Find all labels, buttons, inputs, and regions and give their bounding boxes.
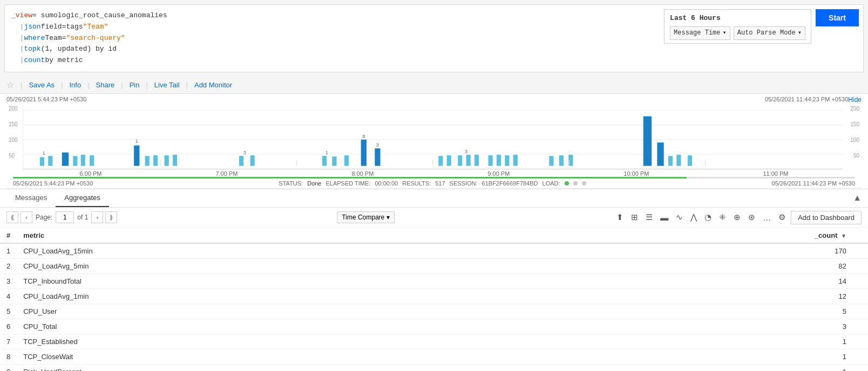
chart-bottom-right-time: 05/26/2021 11:44:23 PM +0530 <box>772 180 855 187</box>
chevron-down-icon3: ▾ <box>386 214 390 221</box>
table-body: 1 CPU_LoadAvg_15min 170 2 CPU_LoadAvg_5m… <box>0 243 868 371</box>
cell-metric: TCP_InboundTotal <box>17 273 509 288</box>
info-button[interactable]: Info <box>66 80 84 90</box>
prev-page-button[interactable]: ‹ <box>21 211 32 223</box>
settings-button[interactable]: ⚙ <box>776 211 788 223</box>
last-page-button[interactable]: ⟫ <box>105 211 117 223</box>
query-indent2: | <box>11 33 24 44</box>
svg-rect-7 <box>62 153 69 166</box>
collapse-icon[interactable]: ▲ <box>853 193 862 203</box>
pagination: ⟪ ‹ Page: of 1 › ⟫ <box>6 211 117 223</box>
cell-count: 170 <box>509 243 868 259</box>
first-page-button[interactable]: ⟪ <box>6 211 18 223</box>
message-time-select[interactable]: Message Time ▾ <box>670 26 730 40</box>
table-row[interactable]: 3 TCP_InboundTotal 14 <box>0 273 868 288</box>
chevron-down-icon: ▾ <box>723 28 727 38</box>
next-page-button[interactable]: › <box>91 211 103 223</box>
tab-messages[interactable]: Messages <box>6 189 56 207</box>
export-button[interactable]: ⬆ <box>614 211 626 223</box>
cell-count: 12 <box>509 288 868 304</box>
svg-rect-41 <box>643 116 652 166</box>
load-dot-green <box>565 181 569 186</box>
columns-button[interactable]: ☰ <box>643 211 655 223</box>
svg-text:1: 1 <box>135 138 138 144</box>
query-editor[interactable]: _view = sumologic_root_cause_anomalies |… <box>4 4 864 72</box>
svg-rect-39 <box>559 155 564 166</box>
table-row[interactable]: 8 TCP_CloseWait 1 <box>0 349 868 364</box>
table-view-button[interactable]: ⊞ <box>629 211 640 223</box>
query-keyword-where: where <box>24 33 45 44</box>
start-button[interactable]: Start <box>816 9 859 26</box>
svg-rect-28 <box>438 156 443 166</box>
table-row[interactable]: 7 TCP_Established 1 <box>0 334 868 349</box>
map-button[interactable]: ⊕ <box>731 211 743 223</box>
parse-mode-select[interactable]: Auto Parse Mode ▾ <box>734 26 805 40</box>
svg-rect-15 <box>165 155 169 166</box>
favorite-star-icon[interactable]: ☆ <box>6 80 14 90</box>
scatter-button[interactable]: ⁜ <box>717 211 728 223</box>
line-chart-button[interactable]: ∿ <box>674 211 685 223</box>
col-header-count[interactable]: _count ▼ <box>509 228 868 243</box>
chart-y-axis-left: 200 150 100 50 <box>6 105 23 169</box>
table-row[interactable]: 9 Disk_UsedPercent 1 <box>0 364 868 371</box>
chart-canvas[interactable]: 200 150 100 50 200 150 100 50 <box>6 105 862 169</box>
svg-rect-26 <box>375 148 380 166</box>
svg-text:3: 3 <box>465 148 467 154</box>
bar-chart-button[interactable]: ▬ <box>658 212 670 223</box>
tabs-right: ▲ <box>853 193 862 203</box>
svg-rect-32 <box>474 155 479 166</box>
table-row[interactable]: 1 CPU_LoadAvg_15min 170 <box>0 243 868 259</box>
svg-rect-5 <box>48 156 52 166</box>
svg-text:1: 1 <box>326 149 328 155</box>
hide-button[interactable]: Hide <box>848 96 862 104</box>
svg-rect-20 <box>322 156 327 166</box>
page-input[interactable] <box>56 211 74 223</box>
tab-aggregates[interactable]: Aggregates <box>56 189 109 207</box>
save-as-button[interactable]: Save As <box>25 80 58 90</box>
aggregates-table: # metric _count ▼ 1 CPU_LoadAvg_15min 17… <box>0 228 868 371</box>
cell-metric: CPU_LoadAvg_1min <box>17 288 509 304</box>
add-monitor-button[interactable]: Add Monitor <box>191 80 235 90</box>
chart-bars-container: 1 1 3 1 <box>23 105 843 169</box>
table-row[interactable]: 6 CPU_Total 3 <box>0 319 868 334</box>
time-compare-button[interactable]: Time Compare ▾ <box>337 211 395 223</box>
area-chart-button[interactable]: ⋀ <box>688 211 699 223</box>
col-header-metric[interactable]: metric <box>17 228 509 243</box>
chart-svg: 1 1 3 1 <box>23 105 843 169</box>
svg-rect-13 <box>145 156 150 166</box>
table-row[interactable]: 4 CPU_LoadAvg_1min 12 <box>0 288 868 304</box>
pin-button[interactable]: Pin <box>126 80 143 90</box>
svg-rect-11 <box>134 146 139 166</box>
svg-rect-43 <box>668 156 673 166</box>
table-row[interactable]: 2 CPU_LoadAvg_5min 82 <box>0 258 868 273</box>
cell-row-num: 3 <box>0 273 17 288</box>
cell-row-num: 7 <box>0 334 17 349</box>
svg-text:3: 3 <box>243 149 246 155</box>
svg-rect-36 <box>505 155 509 166</box>
cell-row-num: 9 <box>0 364 17 371</box>
results-value: 517 <box>435 180 445 187</box>
pie-chart-button[interactable]: ◔ <box>702 211 714 223</box>
svg-rect-23 <box>344 155 349 166</box>
query-indent3: | <box>11 44 24 55</box>
chart-timestamps: 05/26/2021 5:44:23 PM +0530 05/26/2021 1… <box>6 94 862 105</box>
chart-start-time: 05/26/2021 5:44:23 PM +0530 <box>6 96 86 104</box>
cell-row-num: 1 <box>0 243 17 259</box>
cell-count: 1 <box>509 349 868 364</box>
time-range-box: Last 6 Hours Message Time ▾ Auto Parse M… <box>664 9 811 44</box>
svg-rect-37 <box>513 155 518 166</box>
time-range-title: Last 6 Hours <box>670 13 805 24</box>
cell-row-num: 4 <box>0 288 17 304</box>
svg-rect-24 <box>361 140 367 166</box>
pivot-button[interactable]: ⊛ <box>746 211 757 223</box>
load-label: LOAD: <box>542 180 560 187</box>
svg-rect-21 <box>332 156 336 166</box>
live-tail-button[interactable]: Live Tail <box>151 80 183 90</box>
more-options-button[interactable]: … <box>761 212 773 223</box>
add-to-dashboard-button[interactable]: Add to Dashboard <box>791 211 862 224</box>
results-label: RESULTS: <box>402 180 431 187</box>
table-row[interactable]: 5 CPU_User 5 <box>0 304 868 319</box>
share-button[interactable]: Share <box>93 80 118 90</box>
svg-text:8: 8 <box>362 133 365 139</box>
query-var: _view <box>11 10 32 22</box>
